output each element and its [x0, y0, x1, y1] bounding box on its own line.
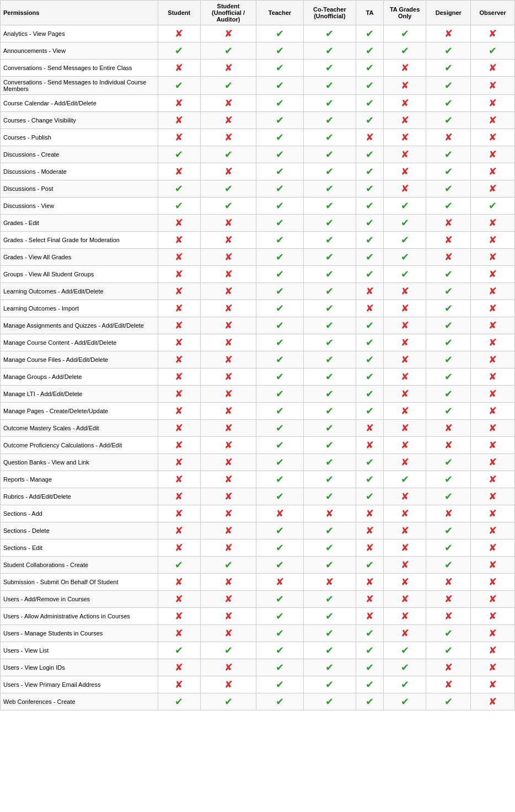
check-icon: ✔: [366, 559, 374, 570]
table-row: Discussions - Moderate✘✘✔✔✔✘✔✘: [1, 163, 515, 180]
check-icon: ✔: [366, 149, 374, 160]
cell-teacher: ✔: [256, 676, 304, 693]
check-icon: ✔: [276, 286, 284, 297]
cell-unofficial: ✘: [200, 317, 256, 334]
table-row: Student Collaborations - Create✔✔✔✔✔✘✔✘: [1, 557, 515, 574]
cell-observer: ✘: [471, 676, 515, 693]
cell-unofficial: ✘: [200, 574, 256, 591]
cell-ta_grades: ✘: [383, 403, 426, 420]
check-icon: ✔: [366, 28, 374, 39]
cross-icon: ✘: [224, 98, 233, 109]
cell-student: ✘: [158, 403, 200, 420]
check-icon: ✔: [444, 115, 453, 126]
check-icon: ✔: [325, 269, 334, 280]
cell-ta_grades: ✔: [383, 232, 426, 249]
permission-name: Manage Course Content - Add/Edit/Delete: [1, 334, 158, 351]
check-icon: ✔: [325, 696, 334, 707]
table-row: Course Calendar - Add/Edit/Delete✘✘✔✔✔✘✔…: [1, 95, 515, 112]
cell-teacher: ✔: [256, 215, 304, 232]
cell-unofficial: ✘: [200, 676, 256, 693]
table-row: Conversations - Send Messages to Entire …: [1, 60, 515, 77]
cell-unofficial: ✘: [200, 334, 256, 351]
cross-icon: ✘: [175, 508, 183, 519]
cell-ta_grades: ✔: [383, 693, 426, 710]
cell-student: ✘: [158, 60, 200, 77]
check-icon: ✔: [325, 354, 334, 365]
cell-observer: ✘: [471, 368, 515, 386]
cross-icon: ✘: [489, 525, 497, 536]
check-icon: ✔: [276, 645, 284, 656]
cell-student: ✘: [158, 522, 200, 539]
check-icon: ✔: [276, 354, 284, 365]
check-icon: ✔: [325, 234, 334, 245]
cell-ta: ✔: [356, 642, 383, 659]
cross-icon: ✘: [401, 166, 409, 177]
cell-ta_grades: ✘: [383, 488, 426, 505]
permission-name: Manage LTI - Add/Edit/Delete: [1, 386, 158, 403]
cross-icon: ✘: [444, 217, 453, 228]
cell-ta_grades: ✔: [383, 215, 426, 232]
permission-name: Grades - Edit: [1, 215, 158, 232]
cross-icon: ✘: [489, 62, 497, 73]
cell-observer: ✘: [471, 95, 515, 112]
check-icon: ✔: [444, 286, 453, 297]
cross-icon: ✘: [444, 611, 453, 622]
cell-teacher: ✔: [256, 112, 304, 129]
permission-name: Users - View List: [1, 642, 158, 659]
check-icon: ✔: [276, 662, 284, 673]
cell-co_teacher: ✔: [303, 300, 356, 317]
cell-ta_grades: ✘: [383, 129, 426, 146]
cell-observer: ✘: [471, 300, 515, 317]
cell-designer: ✔: [426, 454, 471, 471]
cell-co_teacher: ✔: [303, 386, 356, 403]
cell-student: ✘: [158, 591, 200, 608]
cross-icon: ✘: [401, 576, 409, 587]
cell-student: ✘: [158, 488, 200, 505]
check-icon: ✔: [325, 200, 334, 211]
cell-unofficial: ✘: [200, 215, 256, 232]
cell-unofficial: ✘: [200, 522, 256, 539]
cross-icon: ✘: [175, 217, 183, 228]
check-icon: ✔: [276, 200, 284, 211]
cell-designer: ✔: [426, 95, 471, 112]
check-icon: ✔: [366, 337, 374, 348]
cell-unofficial: ✘: [200, 232, 256, 249]
cell-unofficial: ✘: [200, 129, 256, 146]
cell-observer: ✘: [471, 659, 515, 676]
check-icon: ✔: [366, 320, 374, 331]
check-icon: ✔: [276, 440, 284, 451]
cross-icon: ✘: [224, 132, 233, 143]
cell-ta: ✔: [356, 351, 383, 368]
cross-icon: ✘: [444, 679, 453, 690]
cross-icon: ✘: [224, 405, 233, 416]
cell-co_teacher: ✔: [303, 608, 356, 625]
cross-icon: ✘: [175, 474, 183, 485]
check-icon: ✔: [366, 679, 374, 690]
cell-teacher: ✔: [256, 471, 304, 488]
cell-observer: ✘: [471, 591, 515, 608]
cross-icon: ✘: [224, 286, 233, 297]
cross-icon: ✘: [489, 645, 497, 656]
check-icon: ✔: [276, 628, 284, 639]
cell-student: ✘: [158, 215, 200, 232]
check-icon: ✔: [401, 200, 409, 211]
cross-icon: ✘: [489, 320, 497, 331]
cell-co_teacher: ✔: [303, 112, 356, 129]
cell-teacher: ✔: [256, 180, 304, 197]
check-icon: ✔: [325, 611, 334, 622]
cross-icon: ✘: [175, 115, 183, 126]
table-row: Courses - Change Visibility✘✘✔✔✔✘✔✘: [1, 112, 515, 129]
cross-icon: ✘: [175, 388, 183, 399]
cross-icon: ✘: [175, 28, 183, 39]
cell-teacher: ✔: [256, 488, 304, 505]
cell-teacher: ✔: [256, 146, 304, 163]
cell-designer: ✘: [426, 505, 471, 522]
cross-icon: ✘: [175, 662, 183, 673]
check-icon: ✔: [366, 115, 374, 126]
cell-teacher: ✔: [256, 283, 304, 300]
cell-co_teacher: ✔: [303, 215, 356, 232]
permission-name: Users - Manage Students in Courses: [1, 625, 158, 642]
cell-student: ✔: [158, 642, 200, 659]
cross-icon: ✘: [489, 440, 497, 451]
check-icon: ✔: [325, 286, 334, 297]
